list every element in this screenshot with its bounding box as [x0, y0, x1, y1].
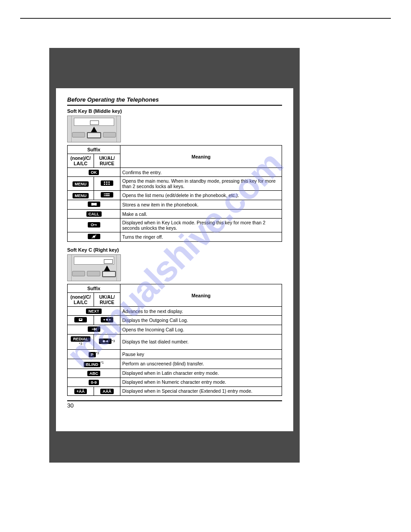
softkey-c-table: Suffix Meaning (none)/C/ LA/LC UK/AL/ RU… — [67, 284, 282, 396]
meaning-cell: Make a call. — [120, 210, 282, 219]
svg-rect-4 — [104, 184, 105, 185]
col2-header: UK/AL/ RU/CE — [94, 154, 120, 168]
svg-point-24 — [106, 319, 108, 321]
manual-page: manualshive.com Before Operating the Tel… — [56, 88, 293, 431]
meaning-cell: Confirms the entry. — [120, 168, 282, 177]
key-label: BLIND — [84, 362, 101, 367]
meaning-cell: Displayed when in Numeric character entr… — [120, 378, 282, 386]
key-cell: +ÀÂ — [68, 386, 94, 395]
table-row: ABCDisplayed when in Latin character ent… — [68, 369, 282, 378]
frame-header — [49, 48, 300, 88]
meaning-cell: Displayed when in Special character (Ext… — [120, 386, 282, 395]
footnote-ref: *3 — [96, 351, 99, 355]
key-label: AÄÅ — [100, 389, 114, 394]
table-row: OKConfirms the entry. — [68, 168, 282, 177]
key-cell — [94, 177, 120, 191]
footnote-ref: *1 — [100, 360, 104, 365]
key-cell: OK — [68, 168, 120, 177]
svg-rect-10 — [104, 195, 105, 196]
meaning-header: Meaning — [120, 284, 282, 307]
softkey-b-heading: Soft Key B (Middle key) — [67, 108, 282, 114]
footnote-ref: *3 — [79, 342, 82, 346]
key-cell: ABC — [68, 369, 120, 378]
key-cell: AÄÅ — [94, 386, 120, 395]
frame-footer — [49, 431, 300, 463]
softkey-b-illustration — [67, 116, 121, 142]
meaning-header: Meaning — [120, 146, 282, 168]
viewer-frame: manualshive.com Before Operating the Tel… — [49, 48, 300, 463]
key-label: NEXT — [86, 309, 101, 314]
top-rule — [20, 18, 391, 19]
document-root: manualshive.com Before Operating the Tel… — [0, 18, 411, 463]
key-label: MENU — [73, 181, 89, 187]
col1-header: (none)/C/ LA/LC — [68, 293, 94, 307]
meaning-cell: Perform an unscreened (blind) transfer. — [120, 359, 282, 369]
key-cell — [94, 316, 120, 325]
meaning-cell: Opens the list menu (edit/delete in the … — [120, 191, 282, 200]
meaning-cell: Displays the last dialed number. — [120, 335, 282, 350]
key-cell: MENU — [68, 177, 94, 191]
key-label: MENU — [73, 193, 89, 198]
table-row: Opens the Incoming Call Log. — [68, 325, 282, 335]
scrollbar[interactable] — [300, 48, 302, 463]
table-row: +ÀÂAÄÅDisplayed when in Special characte… — [68, 386, 282, 395]
key-label: REDIAL — [71, 336, 90, 342]
meaning-cell: Turns the ringer off. — [120, 232, 282, 242]
bell-off-icon — [88, 234, 100, 239]
svg-rect-8 — [104, 193, 105, 194]
key-cell — [68, 219, 120, 232]
footnote-ref: *3 — [111, 339, 115, 343]
svg-rect-2 — [106, 182, 107, 183]
key-cell: CALL — [68, 210, 120, 219]
key-label: OK — [89, 170, 99, 175]
key-cell — [68, 316, 94, 325]
svg-point-18 — [94, 237, 94, 238]
key-label: CALL — [86, 211, 102, 217]
key-cell: P*3 — [68, 349, 120, 359]
key-cell — [94, 191, 120, 200]
svg-rect-5 — [106, 184, 107, 185]
table-row: NEXTAdvances to the next display. — [68, 307, 282, 316]
phone-out-icon — [74, 317, 87, 322]
table-row: P*3Pause key — [68, 349, 282, 359]
svg-rect-26 — [96, 328, 97, 330]
key-cell — [68, 325, 120, 335]
key-cell: REDIAL*3 — [68, 335, 94, 350]
page-number: 30 — [67, 400, 282, 409]
suffix-header: Suffix — [68, 284, 120, 293]
meaning-cell: Advances to the next display. — [120, 307, 282, 316]
table-row: Displayed when in Key Lock mode. Pressin… — [68, 219, 282, 232]
key-cell: MENU — [68, 191, 94, 200]
key-cell — [68, 232, 120, 242]
col1-header: (none)/C/ LA/LC — [68, 154, 94, 168]
key-icon — [88, 222, 100, 227]
key-cell: 0-9 — [68, 378, 120, 386]
softkey-b-table: Suffix Meaning (none)/C/ LA/LC UK/AL/ RU… — [67, 145, 282, 242]
meaning-cell: Displayed when in Latin character entry … — [120, 369, 282, 378]
key-cell: BLIND*1 — [68, 359, 120, 369]
svg-rect-9 — [105, 193, 110, 194]
list-icon — [101, 192, 113, 197]
table-row: MENUOpens the main menu. When in standby… — [68, 177, 282, 191]
redial-sym-icon — [99, 339, 111, 344]
svg-rect-11 — [105, 195, 110, 196]
section-title: Before Operating the Telephones — [67, 96, 282, 106]
key-label: P — [89, 352, 96, 357]
key-cell — [68, 200, 120, 210]
meaning-cell: Displayed when in Key Lock mode. Pressin… — [120, 219, 282, 232]
svg-rect-3 — [108, 182, 110, 183]
table-row: 0-9Displayed when in Numeric character e… — [68, 378, 282, 386]
table-row: REDIAL*3*3Displays the last dialed numbe… — [68, 335, 282, 350]
key-cell: NEXT — [68, 307, 120, 316]
svg-rect-16 — [96, 224, 96, 226]
meaning-cell: Stores a new item in the phonebook. — [120, 200, 282, 210]
document-viewer: manualshive.com Before Operating the Tel… — [49, 48, 300, 463]
softkey-c-heading: Soft Key C (Right key) — [67, 247, 282, 253]
svg-rect-1 — [104, 182, 105, 183]
table-row: Displays the Outgoing Call Log. — [68, 316, 282, 325]
grid-icon — [101, 180, 113, 186]
table-row: Stores a new item in the phonebook. — [68, 200, 282, 210]
col2-header: UK/AL/ RU/CE — [94, 293, 120, 307]
table-row: CALLMake a call. — [68, 210, 282, 219]
svg-rect-7 — [103, 193, 111, 197]
